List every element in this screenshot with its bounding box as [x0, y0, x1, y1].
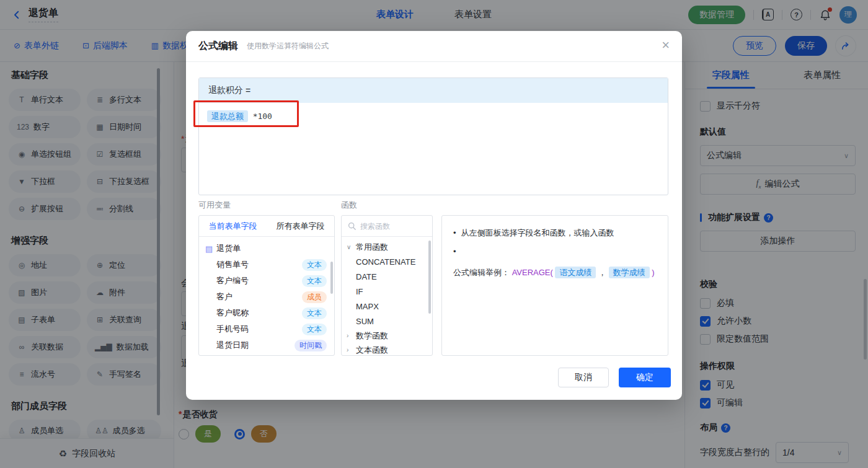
tree-root-form[interactable]: ▤ 退货单 [199, 241, 334, 257]
tab-current-form-fields[interactable]: 当前表单字段 [199, 221, 267, 232]
functions-panel-label: 函数 [341, 200, 357, 211]
field-type-tag: 成员 [302, 291, 327, 303]
function-token: ) [652, 268, 654, 277]
field-type-tag: 文本 [302, 307, 327, 319]
function-item[interactable]: IF [342, 284, 432, 299]
function-search[interactable] [342, 216, 432, 237]
function-item[interactable]: SUM [342, 314, 432, 329]
function-item[interactable]: CONCATENATE [342, 254, 432, 269]
field-type-tag: 文本 [302, 259, 327, 271]
app-root: 退货单 表单设计 表单设置 数据管理 A ? 理 [0, 0, 868, 468]
function-group-text[interactable]: › 文本函数 [342, 343, 432, 356]
tip-line-1: • 从左侧面板选择字段名和函数，或输入函数 [453, 225, 657, 241]
cancel-button[interactable]: 取消 [558, 368, 609, 387]
chevron-right-icon: › [347, 332, 353, 339]
function-item[interactable]: DATE [342, 269, 432, 284]
confirm-button[interactable]: 确定 [619, 368, 671, 387]
close-icon[interactable]: × [662, 38, 670, 52]
variable-name: 客户昵称 [216, 307, 249, 319]
variables-panel-label: 可用变量 [198, 200, 231, 211]
modal-footer: 取消 确定 [186, 368, 682, 387]
functions-scrollbar[interactable] [428, 241, 431, 314]
chevron-right-icon: › [347, 347, 353, 353]
field-chip[interactable]: 退款总额 [207, 110, 248, 122]
variable-name: 客户编号 [216, 275, 249, 286]
tab-all-form-fields[interactable]: 所有表单字段 [267, 221, 334, 232]
variable-name: 销售单号 [216, 259, 249, 270]
variable-name: 客户 [216, 291, 232, 302]
variable-field-row[interactable]: 手机号码 文本 [199, 321, 334, 337]
field-type-tag: 时间戳 [294, 340, 327, 351]
variable-name: 手机号码 [216, 324, 249, 335]
variable-field-row[interactable]: 客户编号 文本 [199, 273, 334, 289]
functions-panel: ∨ 常用函数 CONCATENATE DATE IF MAPX SUM [341, 215, 433, 356]
variables-scrollbar[interactable] [330, 262, 333, 294]
modal-title: 公式编辑 [198, 40, 238, 53]
variable-field-row[interactable]: 销售单号 文本 [199, 257, 334, 273]
variables-panel: 当前表单字段 所有表单字段 ▤ 退货单 销售单号 文本 [198, 215, 335, 356]
chevron-down-icon: ∨ [347, 244, 353, 250]
example-chip-1: 语文成绩 [555, 267, 596, 278]
function-token: AVERAGE( [512, 268, 553, 277]
variable-field-row[interactable]: 退货日期 时间戳 [199, 337, 334, 353]
example-chip-2: 数学成绩 [609, 267, 650, 278]
field-type-tag: 文本 [302, 324, 327, 335]
formula-expression-area[interactable]: 退款总额 *100 [199, 103, 668, 130]
function-group-math[interactable]: › 数学函数 [342, 329, 432, 343]
field-type-tag: 文本 [302, 275, 327, 287]
search-icon [348, 222, 356, 230]
tips-panel: • 从左侧面板选择字段名和函数，或输入函数 • 公式编辑举例： AVERAGE(… [441, 215, 668, 356]
document-icon: ▤ [205, 244, 213, 254]
function-items: CONCATENATE DATE IF MAPX SUM [342, 254, 432, 329]
function-item[interactable]: MAPX [342, 299, 432, 314]
tip-line-2: • 公式编辑举例： AVERAGE( 语文成绩 ， 数学成绩 ) [453, 244, 657, 281]
formula-target-bar: 退款积分 = [199, 78, 668, 103]
formula-editor[interactable]: 退款积分 = 退款总额 *100 [198, 77, 668, 195]
variable-name: 退货日期 [216, 340, 249, 351]
variable-rows: 销售单号 文本 客户编号 文本 客户 成员 [199, 257, 334, 353]
search-input[interactable] [360, 222, 422, 231]
variable-field-row[interactable]: 客户昵称 文本 [199, 305, 334, 321]
variable-field-row[interactable]: 客户 成员 [199, 289, 334, 305]
modal-subtitle: 使用数学运算符编辑公式 [247, 41, 329, 51]
formula-edit-modal: 公式编辑 使用数学运算符编辑公式 × 退款积分 = 退款总额 *100 可用变量… [186, 31, 682, 400]
formula-expression-text: *100 [253, 112, 272, 121]
function-group-common[interactable]: ∨ 常用函数 [342, 240, 432, 254]
